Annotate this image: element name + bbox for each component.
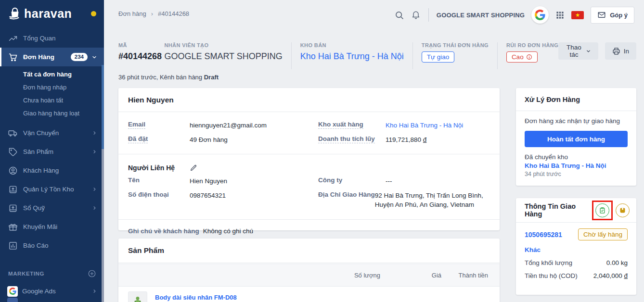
sidebar-item-google-ads[interactable]: Google Ads	[0, 282, 104, 301]
transferred-time: 34 phút trước	[525, 171, 628, 177]
order-actions: Thao tác In	[558, 42, 636, 60]
google-account-icon[interactable]	[531, 6, 549, 24]
products-card: Sản Phẩm Số lượng Giá Thành tiền Body dà…	[118, 239, 500, 302]
info-icon[interactable]	[526, 54, 532, 60]
topbar-actions: GOOGLE SMART SHOPPING ★ Góp ý	[394, 6, 634, 24]
breadcrumb-separator-icon: ›	[151, 10, 153, 17]
sidebar-subitem-draft-orders[interactable]: Đơn hàng nháp	[0, 81, 104, 94]
order-code-block: MÃ #40144268	[118, 42, 164, 62]
order-status-badge: Tự giao	[422, 51, 455, 63]
order-header: MÃ #40144268 NHÂN VIÊN TẠO GOOGLE SMART …	[118, 42, 636, 81]
order-creator-block: NHÂN VIÊN TẠO GOOGLE SMART SHOPPING	[164, 42, 282, 62]
print-button[interactable]: In	[605, 42, 636, 60]
currency-symbol: đ	[423, 136, 427, 143]
sidebar-item-cashbook[interactable]: Sổ Quỹ	[0, 199, 104, 217]
report-chart-icon	[8, 241, 18, 251]
apps-grid-icon[interactable]	[555, 11, 565, 20]
haravan-bag-icon	[8, 6, 22, 21]
topbar-divider	[428, 8, 429, 22]
truck-icon	[8, 128, 18, 138]
notification-dot	[91, 11, 96, 16]
customer-name-title: Hien Nguyen	[128, 96, 174, 104]
warehouse-link[interactable]: Kho Hai Bà Trưng - Hà Nội	[300, 51, 404, 62]
sidebar-item-products[interactable]: Sản Phẩm	[0, 142, 104, 161]
transferred-warehouse-link[interactable]: Kho Hai Bà Trưng - Hà Nội	[525, 162, 628, 169]
order-risk-badge: Cao	[506, 51, 538, 63]
phone-label: Số điện thoại	[128, 191, 190, 198]
complete-order-button[interactable]: Hoàn tất đơn hàng	[525, 131, 628, 147]
sales-channel-value: Draft	[204, 74, 219, 81]
header-divider	[497, 42, 498, 69]
order-code-label: MÃ	[118, 42, 164, 48]
order-risk-block: RỦI RO ĐƠN HÀNG Cao	[506, 42, 558, 63]
tracking-number-link[interactable]: 1050695281	[525, 231, 562, 239]
ordered-label: Đã đặt	[128, 135, 148, 143]
quantity-column-header: Số lượng	[327, 272, 380, 279]
company-value: ---	[386, 176, 392, 186]
ordered-count: 49 Đơn hàng	[190, 135, 228, 145]
product-name-link[interactable]: Body dài siêu nhân FM-D08	[155, 294, 237, 301]
package-icon[interactable]	[616, 203, 630, 217]
contact-name: Hien Nguyen	[190, 176, 227, 186]
header-divider	[291, 42, 292, 69]
sidebar: haravan Tổng Quan Đơn Hàng 234	[0, 0, 104, 302]
app-window: haravan Tổng Quan Đơn Hàng 234	[0, 0, 644, 302]
breadcrumb-orders[interactable]: Đơn hàng	[118, 10, 146, 17]
email-label: Email	[128, 121, 145, 129]
bell-icon[interactable]	[411, 10, 421, 20]
connected-app-name: GOOGLE SMART SHOPPING	[437, 12, 525, 19]
chevron-down-icon	[91, 54, 97, 60]
order-status-block: TRẠNG THÁI ĐƠN HÀNG Tự giao	[422, 42, 489, 63]
company-label: Công ty	[318, 176, 386, 184]
sidebar-item-orders[interactable]: Đơn Hàng 234	[0, 48, 104, 66]
sidebar-item-customers[interactable]: Khách Hàng	[0, 161, 104, 180]
shipping-address-label: Địa Chỉ Giao Hàng	[318, 191, 375, 198]
tag-icon	[8, 147, 18, 157]
orders-count-badge: 234	[71, 53, 88, 61]
delivery-note-icon[interactable]	[595, 203, 609, 217]
google-g-icon	[7, 286, 18, 297]
sidebar-scrollbar-upper[interactable]	[102, 65, 104, 149]
sidebar-subitem-all-orders[interactable]: Tất cả đơn hàng	[0, 68, 104, 81]
vietnam-flag-icon[interactable]: ★	[571, 11, 584, 19]
add-marketing-channel-icon[interactable]	[88, 269, 96, 278]
sidebar-item-reports[interactable]: Báo Cáo	[0, 236, 104, 255]
cod-value: 2,040,000 đ	[593, 272, 628, 279]
search-icon[interactable]	[394, 10, 404, 20]
export-warehouse-link[interactable]: Kho Hai Bà Trưng - Hà Nội	[386, 121, 463, 130]
currency-symbol: đ	[624, 272, 628, 279]
sidebar-item-shipping[interactable]: Vận Chuyển	[0, 124, 104, 142]
product-row: Body dài siêu nhân FM-D08	[118, 287, 500, 302]
revenue-label: Doanh thu tích lũy	[318, 135, 375, 143]
actions-dropdown-button[interactable]: Thao tác	[558, 42, 598, 60]
sidebar-item-inventory[interactable]: Quản Lý Tồn Kho	[0, 180, 104, 199]
price-column-header: Giá	[380, 272, 441, 279]
cart-icon	[8, 52, 18, 62]
divider	[118, 263, 500, 263]
carrier-link[interactable]: Khác	[525, 246, 628, 253]
annotation-highlight-box	[592, 201, 613, 220]
phone-value: 0987654321	[190, 191, 226, 201]
note-label: Ghi chú về khách hàng	[128, 227, 199, 235]
haravan-logo[interactable]: haravan	[8, 6, 72, 21]
sidebar-scrollbar-thumb[interactable]	[102, 149, 104, 302]
sidebar-item-promotions[interactable]: Khuyến Mãi	[0, 217, 104, 236]
weight-value: 0.00 kg	[606, 259, 628, 266]
sidebar-subitem-incomplete[interactable]: Chưa hoàn tất	[0, 94, 104, 107]
fulfillment-message: Đơn hàng xác nhận tự giao hàng	[525, 117, 628, 125]
feedback-button[interactable]: Góp ý	[591, 7, 634, 24]
order-meta: 36 phút trước, Kênh bán hàng Draft	[118, 74, 636, 81]
shipping-title: Thông Tin Giao Hàng	[525, 202, 592, 218]
sidebar-item-overview[interactable]: Tổng Quan	[0, 29, 104, 48]
contact-title: Người Liên Hệ	[128, 164, 190, 172]
shipping-address: 92 Hai Bà Trưng, Thị Trấn Long Bình, Huy…	[375, 191, 490, 210]
transferred-label: Đã chuyển kho	[525, 153, 628, 161]
product-thumbnail	[128, 291, 147, 302]
chevron-right-icon	[92, 149, 97, 154]
shipping-status-badge: Chờ lấy hàng	[578, 228, 628, 240]
marketing-section-header: MARKETING	[0, 265, 104, 282]
export-warehouse-label: Kho xuất hàng	[318, 121, 363, 129]
edit-contact-icon[interactable]	[190, 164, 197, 172]
sidebar-subitem-bulk-delivery[interactable]: Giao hàng hàng loạt	[0, 107, 104, 120]
printer-icon	[612, 47, 620, 55]
